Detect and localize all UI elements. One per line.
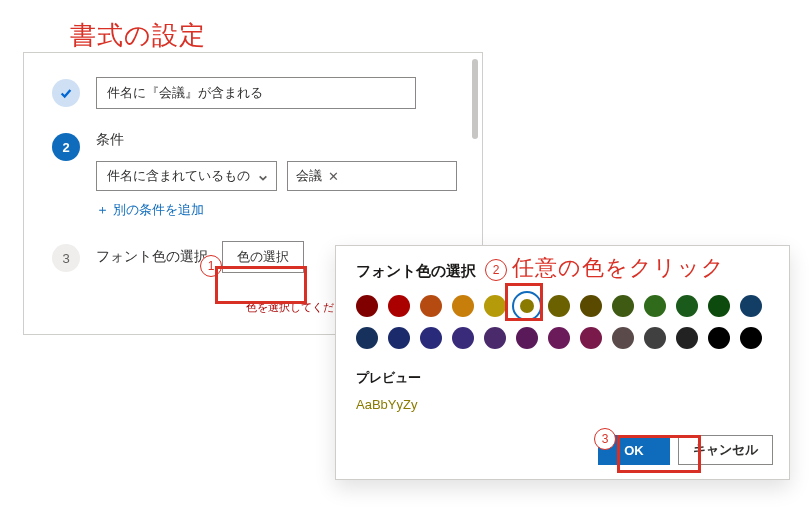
add-condition-link[interactable]: ＋ 別の条件を追加 [96,201,204,219]
color-swatch[interactable] [452,327,474,349]
plus-icon: ＋ [96,201,109,219]
color-swatch[interactable] [676,327,698,349]
condition-value-input[interactable]: 会議 ✕ [287,161,457,191]
color-swatch[interactable] [708,327,730,349]
step2-title: 条件 [96,131,462,149]
color-swatch[interactable] [388,295,410,317]
color-swatch[interactable] [644,327,666,349]
step3-number: 3 [62,251,69,266]
condition-field-value: 件名に含まれているもの [107,167,250,185]
color-swatch[interactable] [644,295,666,317]
color-swatch[interactable] [516,327,538,349]
step1-badge-check-icon [52,79,80,107]
color-swatch[interactable] [388,327,410,349]
color-swatch[interactable] [420,295,442,317]
scrollbar-thumb[interactable] [472,59,478,139]
ok-label: OK [624,443,644,458]
color-swatch[interactable] [580,327,602,349]
step3-badge: 3 [52,244,80,272]
color-swatch[interactable] [548,295,570,317]
color-swatch[interactable] [612,295,634,317]
color-swatch[interactable] [484,327,506,349]
condition-value-text: 会議 [296,167,322,185]
popup-actions: OK キャンセル [598,435,773,465]
step2-badge: 2 [52,133,80,161]
choose-color-label: 色の選択 [237,248,289,266]
color-swatch[interactable] [548,327,570,349]
color-swatch[interactable] [580,295,602,317]
annotation-title: 書式の設定 [70,18,206,53]
color-swatch[interactable] [708,295,730,317]
preview-sample: AaBbYyZy [356,397,769,412]
chevron-down-icon [258,171,268,181]
color-swatch[interactable] [484,295,506,317]
step-1-row: 件名に『会議』が含まれる [52,77,462,109]
popup-title: フォント色の選択 [356,262,769,281]
condition-value-tag: 会議 ✕ [294,167,341,185]
color-swatch[interactable] [676,295,698,317]
rule-name-input[interactable]: 件名に『会議』が含まれる [96,77,416,109]
color-swatch-grid [356,295,776,349]
color-swatch[interactable] [740,327,762,349]
color-swatch[interactable] [740,295,762,317]
choose-color-button[interactable]: 色の選択 [222,241,304,273]
font-color-popup: フォント色の選択 プレビュー AaBbYyZy OK キャンセル [335,245,790,480]
step3-title: フォント色の選択 [96,248,208,266]
color-swatch[interactable] [420,327,442,349]
remove-tag-icon[interactable]: ✕ [328,170,339,183]
ok-button[interactable]: OK [598,435,670,465]
add-condition-label: 別の条件を追加 [113,201,204,219]
color-swatch[interactable] [452,295,474,317]
color-swatch[interactable] [356,295,378,317]
step2-body: 条件 件名に含まれているもの 会議 ✕ ＋ 別の条件を追加 [96,131,462,219]
color-swatch[interactable] [516,295,538,317]
cancel-label: キャンセル [693,441,758,459]
color-swatch[interactable] [356,327,378,349]
step2-number: 2 [62,140,69,155]
step-2-row: 2 条件 件名に含まれているもの 会議 ✕ ＋ [52,131,462,219]
condition-line: 件名に含まれているもの 会議 ✕ [96,161,462,191]
condition-field-dropdown[interactable]: 件名に含まれているもの [96,161,277,191]
step3-body: フォント色の選択 色の選択 [96,241,304,273]
cancel-button[interactable]: キャンセル [678,435,773,465]
color-swatch[interactable] [612,327,634,349]
preview-label: プレビュー [356,369,769,387]
rule-name-value: 件名に『会議』が含まれる [107,84,263,102]
